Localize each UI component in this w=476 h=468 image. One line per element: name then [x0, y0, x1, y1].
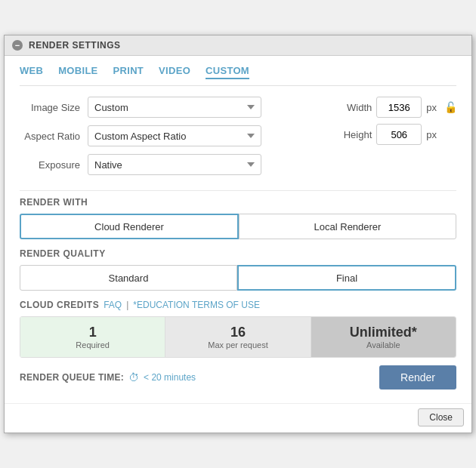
render-quality-header: RENDER QUALITY: [20, 248, 456, 259]
required-cell: 1 Required: [20, 317, 165, 357]
local-renderer-button[interactable]: Local Renderer: [239, 214, 456, 239]
quality-button-group: Standard Final: [20, 265, 456, 291]
available-desc: Available: [317, 340, 450, 349]
image-size-select[interactable]: Custom: [88, 97, 261, 118]
standard-quality-button[interactable]: Standard: [20, 265, 237, 291]
exposure-row: Exposure Native: [20, 154, 323, 175]
tab-web[interactable]: WEB: [20, 65, 43, 79]
max-number: 16: [172, 325, 304, 340]
height-row: Height px: [338, 124, 456, 145]
max-desc: Max per request: [172, 340, 304, 349]
render-quality-section: RENDER QUALITY Standard Final: [20, 248, 456, 291]
max-cell: 16 Max per request: [165, 317, 311, 357]
final-quality-button[interactable]: Final: [237, 265, 456, 291]
form-left: Image Size Custom Aspect Ratio Custom As…: [20, 97, 323, 183]
form-section: Image Size Custom Aspect Ratio Custom As…: [20, 97, 456, 183]
tab-mobile[interactable]: MOBILE: [58, 65, 97, 79]
aspect-ratio-label: Aspect Ratio: [20, 131, 88, 142]
exposure-select[interactable]: Native: [88, 154, 261, 175]
close-row: Close: [5, 403, 471, 433]
window-title: RENDER SETTINGS: [29, 40, 121, 51]
cloud-credits-section: CLOUD CREDITS FAQ | *EDUCATION TERMS OF …: [20, 300, 456, 358]
tabs-bar: WEB MOBILE PRINT VIDEO CUSTOM: [20, 56, 456, 86]
faq-link[interactable]: FAQ: [104, 300, 122, 310]
window-close-icon[interactable]: −: [12, 40, 23, 51]
exposure-label: Exposure: [20, 159, 88, 171]
lock-icon[interactable]: 🔓: [444, 101, 456, 113]
bottom-row: RENDER QUEUE TIME: ⏱ < 20 minutes Render: [20, 365, 456, 389]
tab-print[interactable]: PRINT: [113, 65, 144, 79]
credits-grid: 1 Required 16 Max per request Unlimited*…: [20, 316, 456, 358]
aspect-ratio-row: Aspect Ratio Custom Aspect Ratio: [20, 125, 323, 146]
render-with-section: RENDER WITH Cloud Renderer Local Rendere…: [20, 197, 456, 239]
education-terms-link[interactable]: *EDUCATION TERMS OF USE: [133, 300, 260, 310]
credits-separator: |: [126, 300, 128, 310]
height-label: Height: [338, 129, 372, 140]
height-input[interactable]: [376, 124, 422, 145]
queue-row: RENDER QUEUE TIME: ⏱ < 20 minutes: [20, 371, 196, 383]
width-input[interactable]: [376, 97, 422, 118]
title-bar: − RENDER SETTINGS: [5, 35, 471, 56]
form-right: Width px 🔓 Height px: [338, 97, 456, 183]
render-button[interactable]: Render: [379, 365, 456, 389]
required-desc: Required: [26, 340, 159, 349]
tab-video[interactable]: VIDEO: [159, 65, 190, 79]
width-unit: px: [426, 102, 437, 113]
tab-custom[interactable]: CUSTOM: [206, 65, 249, 79]
required-number: 1: [26, 325, 159, 340]
queue-time-icon: ⏱: [128, 371, 139, 383]
renderer-button-group: Cloud Renderer Local Renderer: [20, 214, 456, 239]
image-size-label: Image Size: [20, 102, 88, 113]
width-row: Width px 🔓: [338, 97, 456, 118]
queue-time-text: < 20 minutes: [144, 372, 196, 383]
render-with-header: RENDER WITH: [20, 197, 456, 208]
available-number: Unlimited*: [317, 325, 450, 340]
render-settings-window: − RENDER SETTINGS WEB MOBILE PRINT VIDEO…: [4, 35, 472, 433]
width-label: Width: [338, 102, 372, 113]
image-size-row: Image Size Custom: [20, 97, 323, 118]
cloud-credits-header: CLOUD CREDITS FAQ | *EDUCATION TERMS OF …: [20, 300, 456, 310]
available-cell: Unlimited* Available: [311, 317, 456, 357]
cloud-credits-label: CLOUD CREDITS: [20, 300, 99, 310]
height-unit: px: [426, 129, 437, 140]
close-button[interactable]: Close: [418, 408, 464, 426]
aspect-ratio-select[interactable]: Custom Aspect Ratio: [88, 125, 261, 146]
queue-label: RENDER QUEUE TIME:: [20, 372, 124, 383]
cloud-renderer-button[interactable]: Cloud Renderer: [20, 214, 239, 239]
